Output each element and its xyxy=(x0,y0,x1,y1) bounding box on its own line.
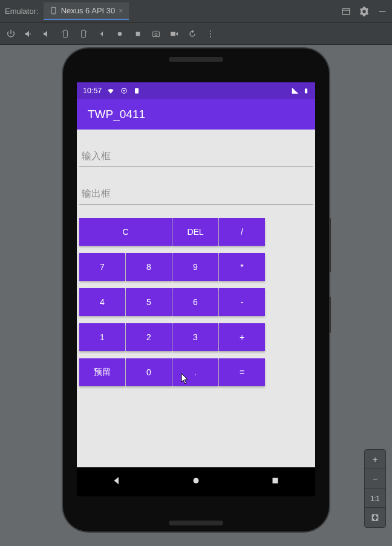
nav-back-icon[interactable] xyxy=(111,475,122,488)
power-icon[interactable] xyxy=(6,29,16,39)
sim-icon xyxy=(133,87,140,95)
svg-point-15 xyxy=(123,90,125,91)
speaker-top xyxy=(169,57,223,62)
output-field[interactable]: 输出框 xyxy=(79,171,313,205)
battery-icon xyxy=(303,87,309,95)
calc-6-button[interactable]: 6 xyxy=(172,288,218,316)
svg-rect-16 xyxy=(135,88,139,94)
more-icon[interactable] xyxy=(206,29,215,39)
camera-icon[interactable] xyxy=(151,29,161,39)
app-bar: TWP_0411 xyxy=(77,99,315,130)
input-placeholder: 输入框 xyxy=(82,151,111,161)
svg-point-7 xyxy=(118,31,122,36)
input-field[interactable]: 输入框 xyxy=(79,133,313,167)
device-tab-label: Nexus 6 API 30 xyxy=(61,6,116,15)
svg-rect-2 xyxy=(342,8,350,14)
emulator-toolbar xyxy=(0,23,392,45)
power-button-hw xyxy=(329,297,331,333)
volume-down-icon[interactable] xyxy=(42,29,52,39)
volume-rocker xyxy=(329,218,331,272)
zoom-in-button[interactable]: + xyxy=(365,450,385,469)
calc-dot-button[interactable]: . xyxy=(172,358,218,386)
calc-delete-button[interactable]: DEL xyxy=(172,218,218,246)
video-icon[interactable] xyxy=(169,29,179,39)
signal-icon xyxy=(291,87,299,95)
volume-up-icon[interactable] xyxy=(24,29,34,39)
nav-recents-icon[interactable] xyxy=(270,475,281,488)
rotate-right-icon[interactable] xyxy=(79,29,88,39)
wifi-icon xyxy=(106,87,115,95)
calc-9-button[interactable]: 9 xyxy=(172,253,218,281)
calc-7-button[interactable]: 7 xyxy=(79,253,125,281)
android-nav-bar xyxy=(77,467,315,496)
svg-rect-21 xyxy=(372,515,377,520)
svg-rect-6 xyxy=(82,30,86,38)
svg-point-12 xyxy=(210,33,211,35)
svg-rect-4 xyxy=(379,11,386,12)
svg-point-19 xyxy=(193,478,198,484)
speaker-bottom xyxy=(169,521,223,525)
svg-rect-17 xyxy=(305,89,307,94)
emulator-label: Emulator: xyxy=(5,7,39,16)
svg-point-13 xyxy=(210,36,211,37)
calculator-grid: C DEL / 7 8 9 * 4 5 6 - 1 2 3 xyxy=(79,218,313,386)
zoom-panel: + − 1:1 xyxy=(364,449,386,528)
svg-point-1 xyxy=(53,13,54,13)
back-icon[interactable] xyxy=(97,29,106,39)
calc-equals-button[interactable]: = xyxy=(219,358,265,386)
calc-multiply-button[interactable]: * xyxy=(219,253,265,281)
zoom-fit-button[interactable] xyxy=(365,508,385,527)
svg-rect-10 xyxy=(171,31,175,36)
calc-5-button[interactable]: 5 xyxy=(126,288,172,316)
restart-icon[interactable] xyxy=(188,29,197,39)
calc-minus-button[interactable]: - xyxy=(219,288,265,316)
phone-frame: 10:57 TWP_0411 输入框 输出 xyxy=(63,48,329,531)
svg-rect-8 xyxy=(136,31,140,36)
stop-icon[interactable] xyxy=(133,29,143,39)
device-tab[interactable]: Nexus 6 API 30 × xyxy=(44,2,129,20)
record-icon[interactable] xyxy=(115,29,125,39)
phone-icon xyxy=(50,7,57,15)
calc-2-button[interactable]: 2 xyxy=(126,323,172,351)
nav-home-icon[interactable] xyxy=(191,475,201,488)
calc-plus-button[interactable]: + xyxy=(219,323,265,351)
svg-point-11 xyxy=(210,30,211,31)
calc-4-button[interactable]: 4 xyxy=(79,288,125,316)
svg-rect-18 xyxy=(305,88,307,88)
calc-reserved-button[interactable]: 预留 xyxy=(79,358,125,386)
calc-clear-button[interactable]: C xyxy=(79,218,172,246)
calc-1-button[interactable]: 1 xyxy=(79,323,125,351)
app-title: TWP_0411 xyxy=(88,108,145,121)
zoom-ratio-button[interactable]: 1:1 xyxy=(365,488,385,508)
calc-3-button[interactable]: 3 xyxy=(172,323,218,351)
calc-0-button[interactable]: 0 xyxy=(126,358,172,386)
window-icon[interactable] xyxy=(341,7,351,16)
calc-8-button[interactable]: 8 xyxy=(126,253,172,281)
output-placeholder: 输出框 xyxy=(82,188,111,199)
device-screen[interactable]: 10:57 TWP_0411 输入框 输出 xyxy=(77,82,315,496)
svg-rect-5 xyxy=(64,30,68,38)
rotate-left-icon[interactable] xyxy=(60,29,70,39)
zoom-out-button[interactable]: − xyxy=(365,469,385,488)
svg-rect-20 xyxy=(273,478,278,484)
debug-icon xyxy=(120,87,128,95)
calc-divide-button[interactable]: / xyxy=(219,218,265,246)
gear-icon[interactable] xyxy=(359,7,369,16)
status-bar: 10:57 xyxy=(77,82,315,99)
close-tab-icon[interactable]: × xyxy=(119,7,123,15)
status-time: 10:57 xyxy=(83,87,102,95)
minimize-icon[interactable] xyxy=(377,7,387,16)
svg-point-9 xyxy=(155,33,157,35)
